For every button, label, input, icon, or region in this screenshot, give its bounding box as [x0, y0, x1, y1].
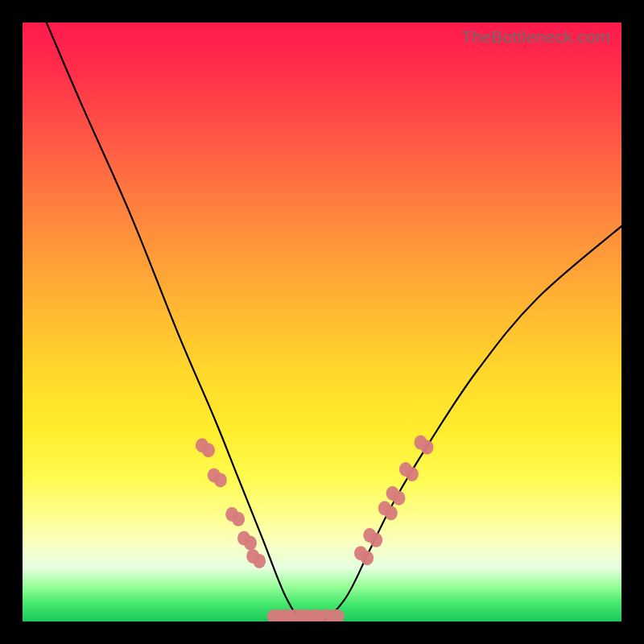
limb-marker [420, 440, 433, 455]
limb-marker [406, 467, 419, 481]
limb-marker [214, 473, 227, 487]
limb-marker [369, 533, 382, 547]
chart-svg [23, 23, 621, 621]
limb-marker [393, 491, 406, 506]
flat-segment-markers [266, 609, 344, 621]
limb-marker [202, 443, 215, 457]
limb-marker [385, 506, 398, 520]
plot-area: TheBottleneck.com [23, 23, 621, 621]
limb-marker [232, 512, 245, 526]
bottleneck-curve [47, 23, 621, 621]
flat-marker [327, 609, 345, 621]
limb-marker [253, 554, 266, 568]
limb-marker [244, 536, 257, 551]
chart-frame: TheBottleneck.com [0, 0, 644, 644]
watermark-text: TheBottleneck.com [461, 27, 610, 47]
limb-marker [361, 551, 374, 565]
